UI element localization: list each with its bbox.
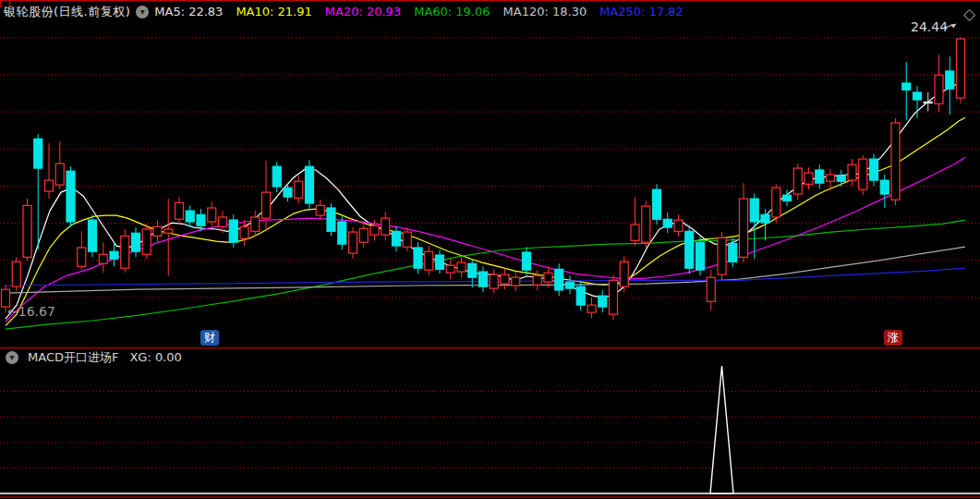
candle-body [208, 208, 216, 222]
candle-body [512, 277, 520, 286]
candle-body [425, 251, 433, 270]
candle-body [566, 282, 575, 288]
candle-body [946, 71, 954, 89]
candle-body [251, 217, 260, 231]
candle-body [186, 211, 194, 222]
candle-body [816, 170, 824, 183]
candle-body [34, 139, 42, 168]
stock-chart-app: 银轮股份(日线.前复权) ▾ MA5: 22.83 MA10: 21.91 MA… [0, 0, 980, 499]
candle-body [880, 180, 889, 194]
info-bar: 银轮股份(日线.前复权) ▾ MA5: 22.83 MA10: 21.91 MA… [0, 2, 980, 21]
candle-body [110, 251, 118, 259]
candle-body [393, 231, 401, 246]
candle-body [327, 208, 335, 231]
candle-body [740, 199, 748, 257]
candle-body [403, 232, 411, 247]
candle-body [859, 159, 867, 189]
candle-body [935, 75, 943, 103]
candle-body [620, 262, 628, 286]
candle-body [272, 166, 281, 187]
candle-body [793, 168, 802, 194]
candle-body [446, 265, 454, 273]
candle-body [631, 225, 639, 240]
candle-body [663, 219, 671, 227]
candle-body [370, 225, 379, 235]
candle-body [295, 181, 303, 198]
candle-body [523, 252, 531, 270]
candle-body [599, 296, 607, 307]
candle-body [132, 233, 140, 251]
candle-body [783, 195, 792, 201]
candle-body [381, 218, 390, 235]
high-price-label: 24.44 [911, 19, 948, 34]
candle-body [827, 175, 835, 181]
candle-body [479, 272, 488, 286]
candle-body [587, 305, 596, 312]
chevron-down-icon[interactable]: ▾ [136, 6, 149, 18]
candle-body [674, 220, 683, 231]
candle-body [848, 164, 856, 180]
limit-up-badge-zhang[interactable]: 涨 [884, 330, 902, 346]
indicator-xg-value: XG: 0.00 [129, 350, 181, 364]
candle-body [306, 166, 314, 203]
candle-body [67, 171, 75, 222]
candle-body [924, 102, 932, 103]
candle-body [219, 217, 227, 226]
candlestick-chart-canvas[interactable] [0, 0, 980, 499]
candle-body [414, 248, 422, 268]
candle-body [240, 226, 248, 238]
candle-body [316, 205, 324, 215]
candle-body [164, 229, 173, 233]
ma5-value-label: MA5: 22.83 [154, 5, 223, 18]
candle-body [837, 176, 845, 181]
candle-body [718, 237, 726, 274]
ma10-value-label: MA10: 21.91 [236, 5, 311, 18]
candle-body [761, 214, 769, 223]
candle-body [707, 277, 715, 301]
candle-body [533, 275, 541, 285]
left-edge-price-label: ←16.67 [7, 304, 55, 319]
candle-body [750, 199, 758, 222]
chevron-down-icon[interactable]: ▾ [6, 351, 18, 364]
candle-body [501, 274, 509, 284]
candle-body [729, 243, 737, 262]
candle-body [436, 255, 444, 269]
candle-body [55, 164, 64, 185]
candle-body [544, 273, 552, 282]
high-arrow-head [950, 24, 956, 29]
ma120-value-label: MA120: 18.30 [503, 5, 587, 18]
candle-body [23, 205, 31, 257]
candle-body [610, 280, 618, 314]
candle-body [153, 226, 162, 236]
candle-body [338, 222, 346, 244]
diamond-icon[interactable]: ◇ [963, 5, 975, 23]
candle-body [284, 188, 292, 197]
candle-body [685, 231, 694, 268]
candle-body [772, 188, 780, 217]
candle-body [490, 274, 498, 288]
candle-body [457, 262, 466, 272]
candle-body [805, 173, 813, 184]
candle-body [642, 206, 650, 242]
candle-body [653, 189, 661, 219]
candle-body [696, 242, 705, 270]
candle-body [89, 220, 97, 251]
candle-body [902, 83, 911, 90]
candle-body [349, 232, 357, 253]
candle-body [359, 228, 368, 242]
indicator-panel-header: ▾ MACD开口进场F XG: 0.00 [0, 349, 980, 365]
news-badge-cai[interactable]: 财 [200, 330, 219, 346]
candle-body [197, 214, 205, 225]
candle-body [913, 92, 922, 100]
candle-body [78, 248, 86, 266]
candle-body [957, 39, 965, 98]
candle-body [262, 192, 271, 218]
candle-body [142, 229, 151, 254]
stock-title: 银轮股份(日线.前复权) [4, 4, 130, 20]
ma-line-ma10 [6, 117, 965, 325]
candle-body [468, 263, 477, 277]
candle-body [121, 236, 129, 268]
ma250-value-label: MA250: 17.82 [599, 5, 684, 18]
ma20-value-label: MA20: 20.93 [325, 5, 401, 18]
candle-body [891, 123, 900, 200]
